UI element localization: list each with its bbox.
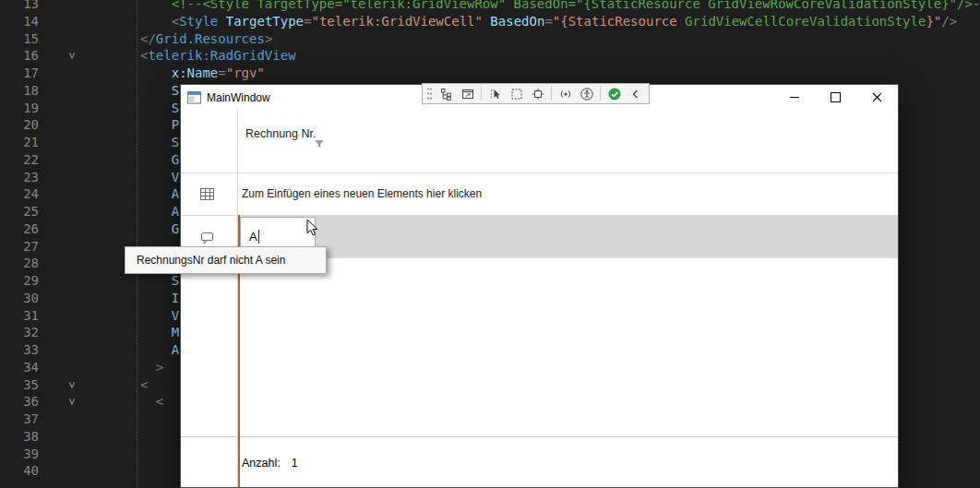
line-number[interactable]: 22: [0, 151, 39, 169]
line-number[interactable]: 27: [0, 238, 39, 256]
inapp-debug-toolbar[interactable]: [422, 83, 650, 104]
code-line[interactable]: 13 <!--<Style TargetType="telerik:GridVi…: [0, 0, 980, 13]
radgridview: Rechnung Nr. Zum Einfügen eines neuen El…: [181, 110, 898, 487]
layout-adornments-icon: [509, 87, 524, 101]
code-text: A: [140, 185, 179, 203]
hot-reload-button[interactable]: [556, 85, 575, 102]
validation-tooltip: RechnungsNr darf nicht A sein: [125, 246, 327, 274]
line-number[interactable]: 16: [0, 47, 39, 65]
line-number[interactable]: 20: [0, 116, 39, 134]
hot-reload-status-button[interactable]: [604, 85, 624, 102]
line-number[interactable]: 31: [0, 307, 39, 325]
code-text: P: [140, 116, 179, 134]
column-header-rechnung-nr[interactable]: Rechnung Nr.: [245, 126, 319, 142]
line-number[interactable]: 26: [0, 220, 39, 238]
line-number[interactable]: 29: [0, 272, 39, 290]
code-text: <!--<Style TargetType="telerik:GridViewR…: [140, 0, 980, 13]
code-text: G: [140, 151, 179, 169]
line-number[interactable]: 36: [0, 393, 39, 411]
enable-selection-button[interactable]: [485, 85, 505, 102]
minimize-button[interactable]: [773, 85, 815, 110]
code-text: <: [140, 376, 148, 394]
line-number[interactable]: 33: [0, 341, 39, 359]
line-number[interactable]: 39: [0, 446, 39, 463]
line-number[interactable]: 37: [0, 411, 39, 428]
toolbar-separator: [481, 87, 482, 101]
line-number[interactable]: 23: [0, 169, 39, 186]
line-number[interactable]: 34: [0, 359, 39, 376]
code-text: S: [140, 100, 179, 117]
line-number[interactable]: 38: [0, 428, 39, 446]
editing-row[interactable]: [238, 215, 898, 257]
line-number[interactable]: 24: [0, 185, 39, 203]
toolbar-separator: [600, 87, 601, 101]
accessibility-checker-button[interactable]: [577, 85, 596, 102]
code-text: A: [140, 341, 179, 359]
code-text: G: [140, 220, 179, 238]
code-text: >: [140, 359, 163, 376]
line-number[interactable]: 28: [0, 255, 39, 272]
filter-funnel-icon[interactable]: [314, 137, 325, 153]
line-number[interactable]: 21: [0, 134, 39, 151]
collapse-toolbar-button[interactable]: [626, 85, 645, 102]
line-number[interactable]: 35: [0, 376, 39, 394]
header-divider: [181, 173, 898, 173]
line-number[interactable]: 15: [0, 30, 39, 48]
window-title: MainWindow: [207, 91, 270, 104]
code-line[interactable]: 17 x:Name="rgv": [0, 65, 980, 82]
fold-chevron-icon[interactable]: >: [64, 395, 81, 410]
line-number[interactable]: 32: [0, 324, 39, 341]
code-line[interactable]: 14 <Style TargetType="telerik:GridViewCe…: [0, 13, 980, 30]
display-layout-adornments-button[interactable]: [507, 85, 526, 102]
footer-count-value: 1: [292, 457, 298, 470]
code-text: <Style TargetType="telerik:GridViewCell"…: [140, 13, 957, 30]
hot-reload-icon: [558, 87, 573, 101]
code-line[interactable]: 16><telerik:RadGridView: [0, 47, 980, 65]
code-line[interactable]: 15</Grid.Resources>: [0, 30, 980, 48]
xaml-live-preview-button[interactable]: [458, 85, 477, 102]
code-text: <: [140, 393, 163, 411]
app-icon: [187, 91, 201, 104]
code-text: I: [140, 290, 179, 307]
line-number[interactable]: 14: [0, 13, 39, 30]
close-button[interactable]: [856, 85, 898, 110]
fold-chevron-icon[interactable]: >: [64, 49, 81, 64]
status-check-icon: [607, 87, 622, 101]
code-text: S: [140, 272, 179, 290]
mouse-cursor: [306, 219, 319, 241]
code-text: S: [140, 82, 179, 100]
track-focus-icon: [531, 87, 545, 101]
line-number[interactable]: 17: [0, 65, 39, 82]
cell-editor-value: A: [249, 230, 257, 244]
window-controls: [773, 85, 898, 110]
toolbar-drag-handle[interactable]: [426, 87, 433, 101]
footer-count-label: Anzahl:: [242, 457, 281, 470]
line-number[interactable]: 18: [0, 82, 39, 100]
minimize-icon: [790, 97, 799, 98]
insert-row-icon: [199, 186, 215, 206]
line-number[interactable]: 25: [0, 203, 39, 220]
code-text: V: [140, 169, 179, 186]
code-text: x:Name="rgv": [140, 65, 265, 82]
drag-handle-icon: [426, 87, 433, 101]
accessibility-checker-icon: [580, 87, 594, 101]
code-text: </Grid.Resources>: [140, 30, 272, 48]
code-text: <telerik:RadGridView: [140, 47, 296, 65]
line-number[interactable]: 30: [0, 290, 39, 307]
line-number[interactable]: 40: [0, 462, 39, 480]
insert-new-row[interactable]: Zum Einfügen eines neuen Elements hier k…: [242, 187, 482, 200]
line-number[interactable]: 19: [0, 100, 39, 117]
fold-chevron-icon[interactable]: >: [64, 377, 81, 392]
track-focused-element-button[interactable]: [528, 85, 547, 102]
live-visual-tree-icon: [439, 87, 454, 101]
enable-selection-icon: [488, 87, 503, 101]
maximize-icon: [831, 92, 841, 102]
live-preview-icon: [460, 87, 475, 101]
close-icon: [872, 92, 882, 102]
go-to-live-visual-tree-button[interactable]: [436, 85, 456, 102]
code-text: S: [140, 134, 179, 151]
line-number[interactable]: 13: [0, 0, 39, 13]
maximize-button[interactable]: [815, 85, 856, 110]
code-text: M: [140, 324, 179, 341]
row-indicator-column: [181, 110, 238, 487]
